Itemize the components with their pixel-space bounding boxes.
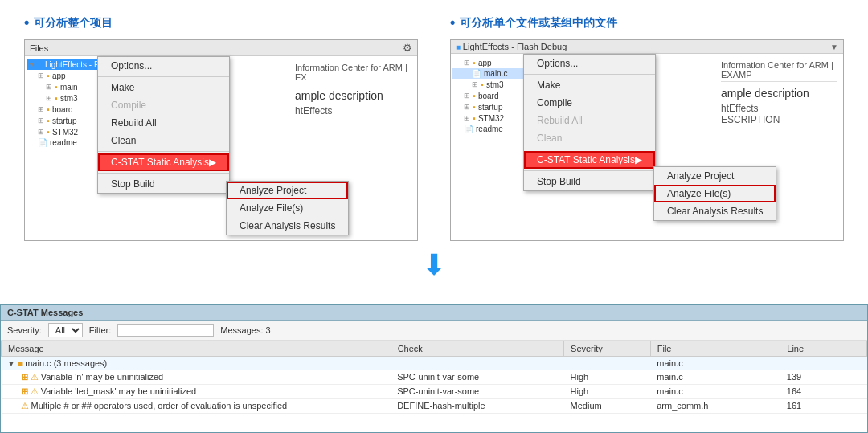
folder-icon: ▪ — [47, 71, 50, 80]
separator — [98, 151, 229, 152]
col-severity: Severity — [564, 341, 651, 357]
warning-icon: ⊞ — [21, 372, 28, 382]
ctx-rebuild[interactable]: Rebuild All — [98, 114, 229, 132]
ctx-cstat[interactable]: C-STAT Static Analysis ▶ — [98, 153, 229, 171]
file-cell: main.c — [650, 357, 780, 370]
folder-icon: ▪ — [47, 104, 50, 114]
sub-analyze-project[interactable]: Analyze Project — [227, 182, 348, 199]
sub-clear-results[interactable]: Clear Analysis Results — [227, 217, 348, 235]
expand-icon: ⊞ — [38, 116, 44, 125]
tree-label: stm3 — [60, 94, 78, 103]
tree-label: readme — [50, 138, 77, 147]
folder-icon: ▪ — [55, 93, 58, 103]
line-cell — [780, 357, 867, 370]
left-context-menu: Options... Make Compile Rebuild All Clea… — [97, 56, 230, 194]
example-title-r: ample description — [721, 87, 837, 100]
expand-icon: ⊞ — [46, 94, 52, 102]
col-check: Check — [391, 341, 563, 357]
ctx-make[interactable]: Make — [98, 79, 229, 96]
messages-count: Messages: 3 — [220, 325, 270, 335]
table-row: ⊞ ⚠ Variable 'n' may be uninitialized SP… — [2, 370, 867, 385]
right-ide-header: ■ LightEffects - Flash Debug ▼ — [451, 40, 843, 54]
expand-icon[interactable]: ▼ — [8, 360, 15, 368]
severity-select[interactable]: All — [48, 323, 83, 337]
ctx-compile-r[interactable]: Compile — [524, 94, 655, 112]
col-file: File — [650, 341, 780, 357]
tree-label: readme — [476, 125, 503, 133]
folder-icon: ▪ — [481, 80, 484, 89]
tree-label: STM32 — [478, 114, 504, 123]
file-cell: arm_comm.h — [650, 399, 780, 414]
table-row: ▼ ■ main.c (3 messages) main.c — [2, 357, 867, 370]
cstat-header: C-STAT Messages — [1, 305, 867, 321]
messages-table-container: Message Check Severity File Line ▼ ■ mai… — [1, 341, 867, 414]
tree-label: board — [52, 105, 73, 114]
folder-icon: ▪ — [47, 127, 50, 137]
file-icon: 📄 — [472, 69, 481, 78]
right-context-menu: Options... Make Compile Rebuild All Clea… — [523, 54, 656, 191]
expand-icon: ⊞ — [464, 103, 470, 111]
ctx-options[interactable]: Options... — [98, 57, 229, 75]
left-panel-title: 可分析整个项目 — [24, 14, 418, 31]
indent-spacer: ⊞ ⚠ Variable 'n' may be uninitialized — [8, 372, 164, 382]
example-title: ample description — [295, 89, 411, 102]
tree-label: main.c — [484, 69, 507, 78]
example-label: ample description — [295, 89, 383, 102]
file-icon: 📄 — [38, 138, 47, 147]
expand-icon: ⊞ — [464, 92, 470, 100]
ctx-compile[interactable]: Compile — [98, 96, 229, 114]
expand-icon: ⊞ — [46, 83, 52, 91]
left-ide-content: ▼ ■ LightEffects - Flash Debu ⊞ ▪ app ⊞ … — [25, 56, 417, 240]
line-cell: 161 — [780, 399, 867, 414]
indent-spacer: ⊞ ⚠ Variable 'led_mask' may be uninitial… — [8, 386, 197, 397]
cstat-toolbar: Severity: All Filter: Messages: 3 — [1, 321, 867, 341]
ctx-make-r[interactable]: Make — [524, 76, 655, 94]
ctx-cstat-r[interactable]: C-STAT Static Analysis ▶ — [524, 151, 655, 169]
msg-cell: ▼ ■ main.c (3 messages) — [2, 357, 391, 370]
ctx-options-r[interactable]: Options... — [524, 55, 655, 72]
warning-icon: ⊞ — [21, 386, 28, 396]
file-icon: 📄 — [464, 125, 473, 133]
tree-label: STM32 — [52, 128, 78, 137]
filter-label: Filter: — [89, 325, 112, 335]
folder-icon: ▪ — [473, 58, 476, 67]
arrow-icon: ▶ — [635, 154, 642, 165]
effects-text: htEffects — [295, 105, 411, 116]
folder-icon: ▪ — [473, 113, 476, 123]
folder-icon: ▪ — [473, 102, 476, 112]
ctx-stop-build-r[interactable]: Stop Build — [524, 173, 655, 190]
info-bar-r: Information Center for ARM | EXAMP — [721, 60, 837, 82]
filter-input[interactable] — [117, 324, 214, 337]
header-arrow: ▼ — [830, 43, 838, 51]
severity-cell — [564, 357, 651, 370]
expand-icon: ⊞ — [38, 71, 44, 80]
sub-analyze-project-r[interactable]: Analyze Project — [654, 167, 776, 185]
right-panel-title: 可分析单个文件或某组中的文件 — [450, 14, 844, 31]
sub-clear-results-r[interactable]: Clear Analysis Results — [654, 202, 776, 220]
line-cell: 164 — [780, 385, 867, 399]
gear-icon[interactable]: ⚙ — [403, 42, 412, 54]
tree-label: app — [52, 71, 66, 80]
sub-analyze-files-r[interactable]: Analyze File(s) — [654, 185, 776, 202]
left-submenu: Analyze Project Analyze File(s) Clear An… — [226, 181, 349, 235]
separator — [524, 74, 655, 75]
alert-icon: ⚠ — [31, 372, 41, 382]
check-cell: SPC-uninit-var-some — [391, 370, 563, 385]
folder-icon: ▪ — [47, 116, 50, 125]
cstat-panel: C-STAT Messages Severity: All Filter: Me… — [0, 304, 868, 433]
right-right-content: Information Center for ARM | EXAMP ample… — [714, 54, 843, 132]
msg-cell: ⊞ ⚠ Variable 'led_mask' may be uninitial… — [2, 385, 391, 399]
col-message: Message — [2, 341, 391, 357]
left-ide-header: Files ⚙ — [25, 40, 417, 56]
separator — [98, 76, 229, 77]
example-label-r: ample description — [721, 87, 809, 100]
ctx-rebuild-r[interactable]: Rebuild All — [524, 112, 655, 129]
ctx-clean-r[interactable]: Clean — [524, 129, 655, 147]
ctx-stop-build[interactable]: Stop Build — [98, 175, 229, 193]
msg-cell: ⊞ ⚠ Variable 'n' may be uninitialized — [2, 370, 391, 385]
expand-icon: ⊞ — [38, 128, 44, 136]
sub-analyze-files[interactable]: Analyze File(s) — [227, 199, 348, 217]
top-section: 可分析整个项目 Files ⚙ ▼ ■ LightEffects - Flash… — [0, 0, 868, 249]
ctx-clean[interactable]: Clean — [98, 132, 229, 149]
left-files-label: Files — [30, 43, 48, 53]
